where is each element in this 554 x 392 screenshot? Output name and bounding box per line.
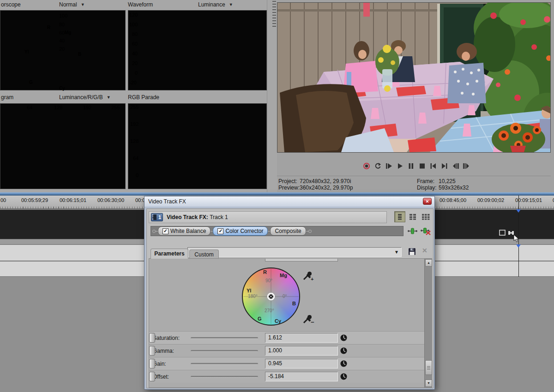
rgb-parade-plot	[128, 104, 266, 189]
wf-scale: 40	[132, 51, 138, 56]
histogram-plot	[0, 104, 125, 189]
offset-value-field[interactable]: -5.184	[265, 372, 338, 381]
fx-chain-composite[interactable]: Composite	[270, 226, 306, 236]
video-track-icon: 1	[151, 213, 163, 221]
checkbox-checked-icon[interactable]: ✓	[217, 228, 223, 234]
scrollbar-thumb[interactable]	[425, 360, 432, 375]
preset-dropdown[interactable]: (Default) ▼	[187, 247, 402, 257]
fx-chain-color-corrector[interactable]: ✓ Color Corrector	[213, 226, 268, 236]
tab-label: Custom	[194, 251, 213, 258]
fx-header-bar: 1 Video Track FX: Track 1	[149, 211, 387, 223]
record-button[interactable]	[363, 162, 371, 170]
stop-button[interactable]	[418, 162, 426, 170]
fx-chain-label: White Balance	[170, 228, 206, 234]
remove-plugin-icon[interactable]	[420, 227, 431, 235]
vectorscope-title: orscope	[1, 1, 21, 8]
video-preview-panel: Project: 720x480x32, 29.970i Preview: 36…	[277, 0, 554, 192]
play-button[interactable]	[396, 162, 404, 170]
next-frame-button[interactable]	[463, 162, 470, 170]
slider-thumb[interactable]	[149, 372, 155, 381]
color-wheel[interactable]: R Mg Yl B G Cy 90° 180° 0° 270°	[242, 267, 300, 326]
fx-header-track: Track 1	[210, 214, 228, 220]
delete-preset-icon[interactable]: ✕	[422, 247, 428, 254]
tab-label: Parameters	[154, 250, 184, 257]
fx-header-bold: Video Track FX:	[167, 214, 208, 220]
animate-clock-icon[interactable]	[340, 373, 348, 380]
wheel-label-yl: Yl	[247, 288, 251, 293]
fx-chain-white-balance[interactable]: ✓ White Balance	[158, 226, 211, 236]
tab-parameters[interactable]: Parameters	[151, 249, 188, 259]
add-plugin-icon[interactable]	[407, 227, 418, 235]
hist-scale: 64	[27, 105, 32, 110]
wheel-label-b: B	[292, 301, 296, 306]
hist-scale: 192	[83, 105, 91, 110]
panel-splitter[interactable]	[267, 0, 278, 192]
vertical-scrollbar[interactable]: ▲ ▼	[424, 259, 432, 387]
tab-custom[interactable]: Custom	[189, 249, 219, 259]
previous-frame-button[interactable]	[452, 162, 459, 170]
video-track-fx-dialog: Video Track FX ✕ 1 Video Track FX: Track…	[144, 196, 435, 390]
gamma-value-field[interactable]: 1.000	[265, 346, 338, 356]
slider-thumb[interactable]	[149, 333, 155, 343]
param-label: Offset:	[153, 374, 169, 380]
chain-node-icon	[152, 230, 156, 233]
wf-scale: 20	[132, 60, 138, 66]
scroll-down-icon[interactable]: ▼	[425, 380, 432, 387]
animate-clock-icon[interactable]	[340, 360, 348, 368]
play-from-start-button[interactable]	[385, 162, 393, 170]
vs-target-r: R	[47, 25, 50, 30]
application-window: orscope Normal▼ Waveform Luminance▼ 100 …	[0, 0, 554, 392]
two-column-icon	[409, 214, 416, 220]
preview-video[interactable]	[277, 2, 551, 153]
dialog-titlebar[interactable]: Video Track FX ✕	[145, 196, 434, 207]
histogram-mode-dropdown[interactable]: Luminance/R/G/B▼	[59, 94, 111, 101]
close-icon[interactable]: ✕	[423, 198, 432, 205]
wf-scale: 120	[129, 12, 138, 18]
eyedropper-add-icon[interactable]: +	[302, 270, 314, 282]
chevron-down-icon: ▼	[394, 249, 399, 255]
pause-button[interactable]	[407, 162, 415, 170]
event-pan-crop-icon[interactable]	[499, 229, 515, 237]
loop-playback-button[interactable]	[374, 162, 382, 170]
scroll-up-icon[interactable]: ▲	[425, 259, 432, 267]
animate-clock-icon[interactable]	[340, 347, 348, 355]
view-three-column-button[interactable]	[420, 211, 431, 222]
single-column-icon	[397, 214, 403, 220]
gain-slider[interactable]	[191, 363, 258, 365]
waveform-mode-dropdown[interactable]: Luminance▼	[198, 1, 233, 8]
chain-node-icon	[308, 230, 312, 233]
preview-info-value: 360x240x32, 29.970p	[300, 184, 353, 191]
gamma-slider[interactable]	[191, 350, 258, 352]
saturation-value-field[interactable]: 1.612	[265, 333, 338, 343]
offset-slider[interactable]	[191, 376, 258, 378]
mouse-cursor-icon	[513, 235, 520, 243]
slider-thumb[interactable]	[149, 346, 155, 356]
chevron-down-icon: ▼	[81, 2, 85, 7]
go-to-end-button[interactable]	[440, 162, 448, 170]
parameter-scroll-view: R Mg Yl B G Cy 90° 180° 0° 270°	[149, 259, 424, 387]
view-single-column-button[interactable]	[394, 211, 405, 222]
hist-scale: 255	[111, 105, 120, 110]
checkbox-checked-icon[interactable]: ✓	[163, 228, 169, 234]
three-column-icon	[422, 214, 430, 220]
go-to-start-button[interactable]	[429, 162, 437, 170]
waveform-title: Waveform	[128, 1, 153, 8]
param-label: Saturation:	[153, 335, 180, 341]
animate-clock-icon[interactable]	[340, 334, 348, 342]
vectorscope-mode-dropdown[interactable]: Normal▼	[59, 1, 85, 8]
parade-scale: 192	[130, 121, 138, 127]
vs-target-b: B	[78, 52, 81, 57]
histogram-display: 64 128 192 255	[0, 103, 126, 189]
save-preset-icon[interactable]	[408, 248, 416, 255]
slider-thumb[interactable]	[149, 359, 155, 368]
eyedropper-subtract-icon[interactable]: −	[302, 313, 314, 325]
filmstrip-icon	[152, 214, 157, 220]
splitter-grip-icon	[272, 1, 276, 27]
saturation-slider[interactable]	[191, 337, 258, 339]
svg-text:−: −	[311, 319, 314, 325]
vs-ring-20: 20	[59, 46, 65, 52]
ruler-label: 00:05:59;29	[21, 197, 48, 203]
wf-scale: 0	[135, 70, 138, 76]
gain-value-field[interactable]: 0.945	[265, 359, 338, 368]
view-two-column-button[interactable]	[407, 211, 418, 222]
